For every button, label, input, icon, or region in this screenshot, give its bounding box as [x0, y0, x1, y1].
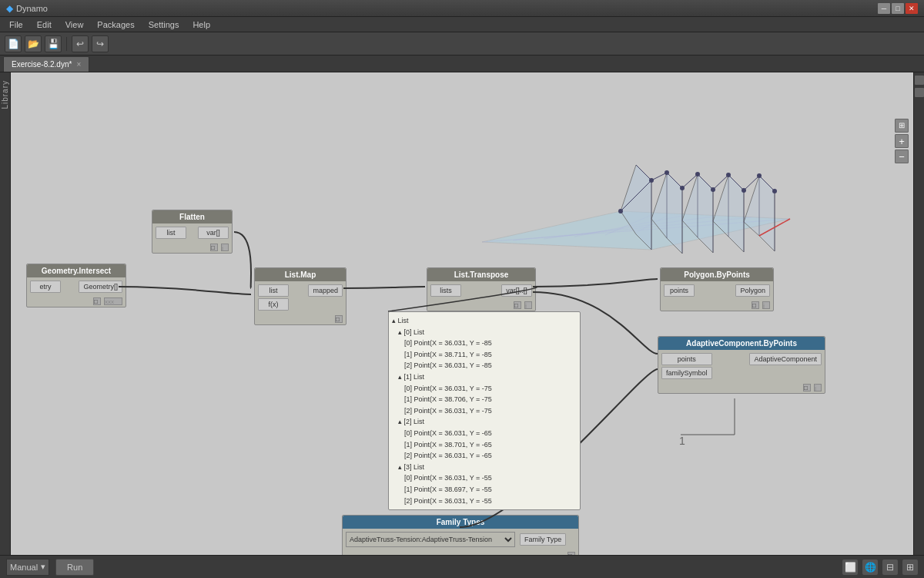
node-listmap-check[interactable]: □ — [335, 315, 343, 323]
undo-button[interactable]: ↩ — [72, 35, 89, 52]
minimize-button[interactable]: ─ — [878, 3, 890, 14]
preview-row-5: ▴ [1] List — [392, 371, 577, 383]
node-familytypes[interactable]: Family Types AdaptiveTruss-Tension:Adapt… — [342, 515, 579, 555]
preview-row-6: [0] Point(X = 36.031, Y = -75 — [392, 383, 577, 395]
save-button[interactable]: 💾 — [45, 35, 62, 52]
preview-row-15: [1] Point(X = 38.697, Y = -55 — [392, 484, 577, 496]
library-sidebar[interactable]: Library — [0, 72, 11, 555]
node-flatten[interactable]: Flatten list var[] □ i — [152, 210, 233, 254]
node-listtranspose-check[interactable]: □ — [514, 301, 521, 309]
node-polygon-header: Polygon.ByPoints — [661, 268, 773, 281]
menu-packages[interactable]: Packages — [91, 18, 140, 31]
port-familytypes-output[interactable]: Family Type — [520, 533, 566, 546]
canvas[interactable]: Geometry.Intersect etry Geometry[] □ xxx… — [11, 72, 913, 555]
preview-row-12: [2] Point(X = 36.031, Y = -65 — [392, 450, 577, 462]
node-polygon-check[interactable]: □ — [752, 301, 759, 309]
port-adaptive-family[interactable]: familySymbol — [661, 367, 712, 379]
port-listmap-mapped[interactable]: mapped — [308, 284, 343, 297]
node-polygon-i: i — [762, 301, 770, 309]
preview-row-0: ▴ List — [392, 315, 577, 327]
port-listtranspose-var[interactable]: var[]..[] — [501, 284, 532, 297]
node-listtranspose-header: List.Transpose — [427, 268, 535, 281]
preview-row-2: [0] Point(X = 36.031, Y = -85 — [392, 338, 577, 349]
node-geom-intersect[interactable]: Geometry.Intersect etry Geometry[] □ xxx — [26, 264, 126, 307]
port-flatten-var[interactable]: var[] — [198, 227, 229, 239]
menu-file[interactable]: File — [3, 18, 29, 31]
port-polygon-points[interactable]: points — [664, 284, 695, 297]
run-mode-label: Manual — [10, 563, 38, 572]
background-icon[interactable]: 🌐 — [862, 560, 878, 575]
preview-row-9: ▴ [2] List — [392, 416, 577, 428]
close-button[interactable]: ✕ — [906, 3, 918, 14]
node-adaptive[interactable]: AdaptiveComponent.ByPoints points family… — [658, 336, 825, 394]
node-geom-intersect-header: Geometry.Intersect — [27, 264, 126, 277]
preview-row-4: [2] Point(X = 36.031, Y = -85 — [392, 360, 577, 371]
library-label[interactable]: Library — [1, 80, 9, 109]
port-geometry-left[interactable]: etry — [30, 281, 61, 293]
panel-icon-1[interactable] — [915, 76, 924, 85]
preview-row-7: [1] Point(X = 38.706, Y = -75 — [392, 394, 577, 405]
toolbar-separator — [66, 37, 67, 51]
bottombar: Manual ▾ Run ⬜ 🌐 ⊟ ⊞ — [0, 555, 924, 578]
run-mode-select[interactable]: Manual ▾ — [6, 559, 49, 576]
preview-icon[interactable]: ⬜ — [842, 560, 858, 575]
node-polygon[interactable]: Polygon.ByPoints points Polygon □ i — [660, 267, 774, 311]
zoom-fit-button[interactable]: ⊞ — [895, 119, 909, 133]
app-title: Dynamo — [16, 4, 48, 13]
preview-row-8: [2] Point(X = 36.031, Y = -75 — [392, 405, 577, 417]
port-flatten-list[interactable]: list — [156, 227, 186, 239]
main-layout: Library — [0, 72, 924, 555]
port-listmap-fx[interactable]: f(x) — [258, 298, 289, 311]
bottom-right-icons: ⬜ 🌐 ⊟ ⊞ — [842, 560, 918, 575]
node-adaptive-check[interactable]: □ — [803, 384, 811, 391]
preview-row-13: ▴ [3] List — [392, 462, 577, 473]
node-listmap-header: List.Map — [255, 268, 346, 281]
port-geometry-right[interactable]: Geometry[] — [79, 281, 122, 293]
node-familytypes-check[interactable]: □ — [567, 552, 575, 555]
svg-point-23 — [618, 209, 623, 213]
new-button[interactable]: 📄 — [5, 35, 22, 52]
menubar: File Edit View Packages Settings Help — [0, 17, 924, 32]
menu-edit[interactable]: Edit — [31, 18, 58, 31]
port-adaptive-output[interactable]: AdaptiveComponent — [749, 353, 822, 365]
port-listtranspose-lists[interactable]: lists — [430, 284, 461, 297]
preview-row-14: [0] Point(X = 36.031, Y = -55 — [392, 472, 577, 484]
family-types-dropdown[interactable]: AdaptiveTruss-Tension:AdaptiveTruss-Tens… — [346, 532, 515, 547]
open-button[interactable]: 📂 — [25, 35, 42, 52]
node-geom-xxx: xxx — [104, 297, 122, 305]
grid-icon[interactable]: ⊞ — [902, 560, 918, 575]
node-adaptive-i: i — [814, 384, 822, 391]
maximize-button[interactable]: □ — [892, 3, 904, 14]
run-mode-arrow: ▾ — [41, 562, 45, 572]
menu-help[interactable]: Help — [186, 18, 216, 31]
tab-close-button[interactable]: × — [76, 60, 81, 69]
node-flatten-header: Flatten — [152, 210, 232, 223]
port-listmap-list[interactable]: list — [258, 284, 289, 297]
redo-button[interactable]: ↪ — [92, 35, 109, 52]
node-familytypes-header: Family Types — [343, 516, 578, 529]
run-button[interactable]: Run — [55, 559, 94, 576]
zoom-out-button[interactable]: − — [895, 150, 909, 163]
port-adaptive-points[interactable]: points — [661, 353, 712, 365]
panel-icon-2[interactable] — [915, 88, 924, 97]
node-listtranspose-i: i — [524, 301, 532, 309]
data-preview-popup: ▴ List ▴ [0] List [0] Point(X = 36.031, … — [388, 311, 581, 510]
zoom-controls: ⊞ + − — [895, 119, 909, 163]
node-listmap[interactable]: List.Map list f(x) mapped □ — [254, 267, 346, 325]
tabbar: Exercise-8.2.dyn* × — [0, 55, 924, 72]
annotation-1: 1 — [679, 435, 685, 447]
zoom-in-button[interactable]: + — [895, 134, 909, 148]
node-listtranspose[interactable]: List.Transpose lists var[]..[] □ i — [427, 267, 536, 311]
node-flatten-check[interactable]: □ — [210, 244, 218, 251]
node-geom-check[interactable]: □ — [93, 297, 101, 305]
preview-row-11: [1] Point(X = 38.701, Y = -65 — [392, 439, 577, 451]
layout-icon[interactable]: ⊟ — [882, 560, 898, 575]
menu-settings[interactable]: Settings — [142, 18, 186, 31]
tab-exercise[interactable]: Exercise-8.2.dyn* × — [3, 56, 89, 72]
3d-visualization — [467, 119, 798, 273]
preview-row-10: [0] Point(X = 36.031, Y = -65 — [392, 428, 577, 439]
titlebar: ◆ Dynamo ─ □ ✕ — [0, 0, 924, 17]
port-polygon-polygon[interactable]: Polygon — [735, 284, 770, 297]
tab-label: Exercise-8.2.dyn* — [12, 60, 72, 69]
menu-view[interactable]: View — [59, 18, 90, 31]
